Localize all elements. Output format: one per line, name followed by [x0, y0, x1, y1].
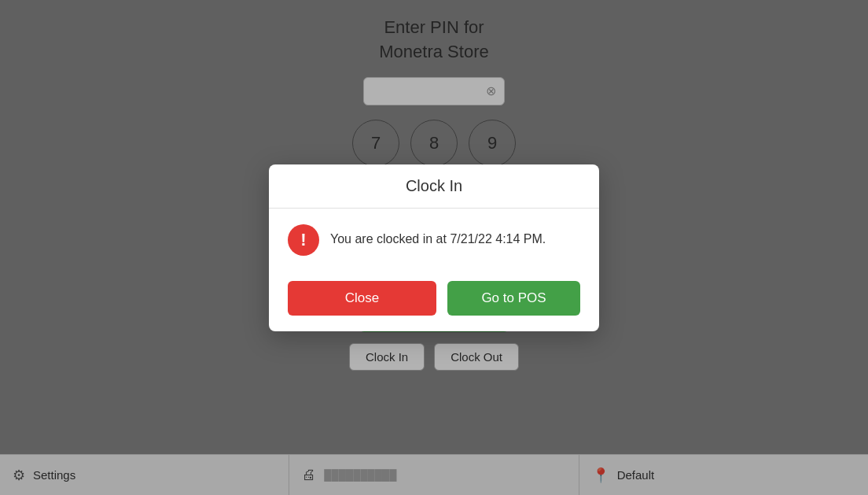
alert-icon: ! [288, 224, 319, 256]
modal-title: Clock In [269, 164, 599, 209]
modal-close-button[interactable]: Close [288, 281, 436, 316]
modal-body: ! You are clocked in at 7/21/22 4:14 PM. [269, 209, 599, 272]
modal-goto-pos-button[interactable]: Go to POS [447, 281, 580, 316]
modal-footer: Close Go to POS [269, 272, 599, 331]
clock-in-modal: Clock In ! You are clocked in at 7/21/22… [269, 164, 599, 331]
modal-message: You are clocked in at 7/21/22 4:14 PM. [330, 231, 546, 248]
modal-overlay: Clock In ! You are clocked in at 7/21/22… [0, 0, 868, 495]
